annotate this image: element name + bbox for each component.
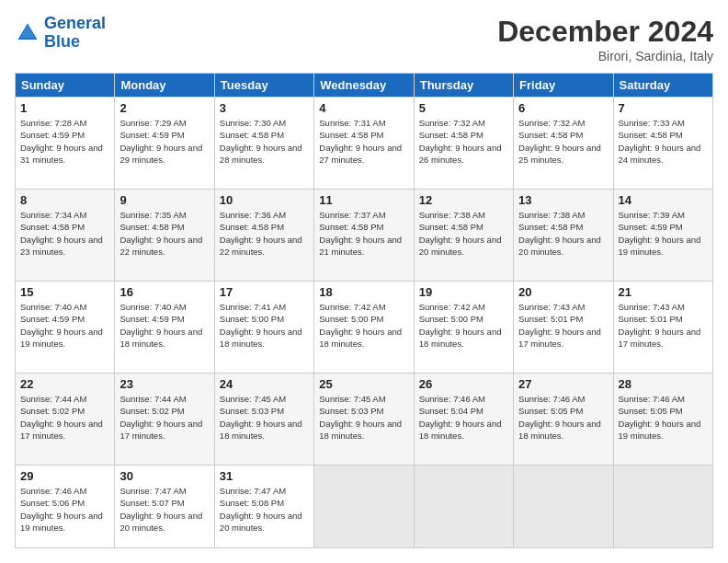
col-sunday: Sunday <box>16 74 115 98</box>
empty-cell <box>314 465 414 548</box>
table-row: 10 Sunrise: 7:36 AMSunset: 4:58 PMDaylig… <box>214 190 313 282</box>
table-row: 21 Sunrise: 7:43 AMSunset: 5:01 PMDaylig… <box>613 282 712 373</box>
table-row: 15 Sunrise: 7:40 AMSunset: 4:59 PMDaylig… <box>16 282 115 373</box>
table-row: 8 Sunrise: 7:34 AMSunset: 4:58 PMDayligh… <box>16 190 115 282</box>
table-row: 3 Sunrise: 7:30 AMSunset: 4:58 PMDayligh… <box>214 98 313 190</box>
table-row: 31 Sunrise: 7:47 AMSunset: 5:08 PMDaylig… <box>214 465 313 548</box>
logo-general: General <box>44 14 106 32</box>
table-row: 14 Sunrise: 7:39 AMSunset: 4:59 PMDaylig… <box>613 190 712 282</box>
logo-text: General Blue <box>44 15 106 52</box>
header: General Blue December 2024 Birori, Sardi… <box>15 15 713 63</box>
table-row: 5 Sunrise: 7:32 AMSunset: 4:58 PMDayligh… <box>414 98 513 190</box>
table-row: 4 Sunrise: 7:31 AMSunset: 4:58 PMDayligh… <box>314 98 414 190</box>
month-title: December 2024 <box>497 15 713 49</box>
table-row: 27 Sunrise: 7:46 AMSunset: 5:05 PMDaylig… <box>514 373 613 465</box>
table-row: 2 Sunrise: 7:29 AMSunset: 4:59 PMDayligh… <box>115 98 214 190</box>
empty-cell <box>514 465 613 548</box>
col-wednesday: Wednesday <box>314 74 414 98</box>
col-thursday: Thursday <box>414 74 513 98</box>
table-row: 7 Sunrise: 7:33 AMSunset: 4:58 PMDayligh… <box>613 98 712 190</box>
table-row: 6 Sunrise: 7:32 AMSunset: 4:58 PMDayligh… <box>514 98 613 190</box>
logo-blue: Blue <box>44 32 80 51</box>
table-row: 9 Sunrise: 7:35 AMSunset: 4:58 PMDayligh… <box>115 190 214 282</box>
table-row: 12 Sunrise: 7:38 AMSunset: 4:58 PMDaylig… <box>414 190 513 282</box>
table-row: 18 Sunrise: 7:42 AMSunset: 5:00 PMDaylig… <box>314 282 414 373</box>
svg-marker-1 <box>20 25 36 38</box>
col-saturday: Saturday <box>613 74 712 98</box>
calendar: Sunday Monday Tuesday Wednesday Thursday… <box>15 73 713 548</box>
table-row: 11 Sunrise: 7:37 AMSunset: 4:58 PMDaylig… <box>314 190 414 282</box>
col-tuesday: Tuesday <box>214 74 313 98</box>
table-row: 1 Sunrise: 7:28 AMSunset: 4:59 PMDayligh… <box>16 98 115 190</box>
logo: General Blue <box>15 15 106 52</box>
location: Birori, Sardinia, Italy <box>497 49 713 63</box>
table-row: 20 Sunrise: 7:43 AMSunset: 5:01 PMDaylig… <box>514 282 613 373</box>
table-row: 26 Sunrise: 7:46 AMSunset: 5:04 PMDaylig… <box>414 373 513 465</box>
table-row: 13 Sunrise: 7:38 AMSunset: 4:58 PMDaylig… <box>514 190 613 282</box>
logo-icon <box>15 20 40 46</box>
table-row: 16 Sunrise: 7:40 AMSunset: 4:59 PMDaylig… <box>115 282 214 373</box>
table-row: 17 Sunrise: 7:41 AMSunset: 5:00 PMDaylig… <box>214 282 313 373</box>
col-friday: Friday <box>514 74 613 98</box>
table-row: 19 Sunrise: 7:42 AMSunset: 5:00 PMDaylig… <box>414 282 513 373</box>
empty-cell <box>414 465 513 548</box>
table-row: 24 Sunrise: 7:45 AMSunset: 5:03 PMDaylig… <box>214 373 313 465</box>
table-row: 22 Sunrise: 7:44 AMSunset: 5:02 PMDaylig… <box>16 373 115 465</box>
table-row: 30 Sunrise: 7:47 AMSunset: 5:07 PMDaylig… <box>115 465 214 548</box>
table-row: 23 Sunrise: 7:44 AMSunset: 5:02 PMDaylig… <box>115 373 214 465</box>
page: General Blue December 2024 Birori, Sardi… <box>0 0 728 563</box>
header-row: Sunday Monday Tuesday Wednesday Thursday… <box>16 74 713 98</box>
empty-cell <box>613 465 712 548</box>
table-row: 28 Sunrise: 7:46 AMSunset: 5:05 PMDaylig… <box>613 373 712 465</box>
table-row: 25 Sunrise: 7:45 AMSunset: 5:03 PMDaylig… <box>314 373 414 465</box>
col-monday: Monday <box>115 74 214 98</box>
title-block: December 2024 Birori, Sardinia, Italy <box>497 15 713 63</box>
table-row: 29 Sunrise: 7:46 AMSunset: 5:06 PMDaylig… <box>16 465 115 548</box>
